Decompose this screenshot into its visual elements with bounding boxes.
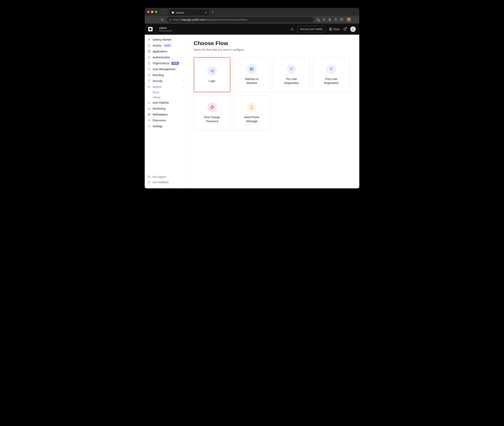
- sidebar-item-security[interactable]: Security ›: [145, 78, 187, 84]
- tenant-selector[interactable]: ruheni Development ⌄: [159, 26, 176, 32]
- auth0-logo[interactable]: [148, 27, 152, 31]
- puzzle-icon: [147, 119, 151, 122]
- shield-icon: [172, 11, 174, 14]
- sidebar-label: Authentication: [152, 56, 170, 59]
- sidebar-item-marketplace[interactable]: Marketplace: [145, 112, 187, 117]
- page-title: Choose Flow: [194, 40, 352, 47]
- profile-avatar[interactable]: [347, 18, 351, 22]
- sidebar-item-activity[interactable]: Activity FIRST: [145, 43, 187, 49]
- docs-link[interactable]: Docs: [329, 28, 340, 31]
- sidebar-label: Monitoring: [152, 107, 165, 110]
- sidebar-item-applications[interactable]: Applications ›: [145, 49, 187, 54]
- new-tab-button[interactable]: ＋: [211, 9, 214, 14]
- lightning-icon: [147, 38, 151, 41]
- chevron-right-icon: ›: [183, 74, 184, 76]
- sidebar-item-actions[interactable]: Actions ⌄: [145, 84, 187, 90]
- book-icon: [329, 28, 332, 31]
- sidebar-item-extensions[interactable]: Extensions: [145, 117, 187, 123]
- sidebar-item-monitoring[interactable]: Monitoring ›: [145, 106, 187, 112]
- url-path: /dashboard/us/ruheni/actions/flows: [205, 18, 248, 21]
- flow-card-post-pw[interactable]: Post Change Password: [194, 95, 230, 130]
- svg-rect-9: [149, 52, 150, 52]
- sidebar-label: Auth Pipeline: [152, 101, 169, 104]
- favorite-icon[interactable]: [328, 18, 331, 21]
- sidebar-label: Settings: [152, 125, 163, 128]
- shield-icon: [147, 79, 151, 83]
- user-add-icon: [327, 64, 336, 74]
- url-field[interactable]: https://manage.auth0.com/dashboard/us/ru…: [167, 17, 314, 23]
- feedback-label: Give feedback: [152, 181, 169, 184]
- browser-urlbar: ← → ⟳ https://manage.auth0.com/dashboard…: [145, 16, 359, 24]
- chevron-right-icon: ›: [183, 68, 184, 70]
- search-icon[interactable]: [290, 28, 294, 31]
- svg-point-12: [148, 68, 149, 69]
- sidebar-item-organizations[interactable]: Organizations NEW: [145, 60, 187, 66]
- page-subtitle: Select the flow that you want to configu…: [194, 48, 352, 51]
- sidebar-subitem-flows[interactable]: Flows: [152, 90, 187, 95]
- building-icon: [147, 62, 151, 65]
- window-close[interactable]: [147, 11, 149, 13]
- sidebar-toggle-icon[interactable]: [161, 10, 167, 14]
- sidebar-item-auth-pipeline[interactable]: Auth Pipeline ›: [145, 100, 187, 106]
- svg-point-13: [149, 69, 150, 69]
- sidebar-subitem-library[interactable]: Library: [152, 95, 187, 100]
- tab-close-icon[interactable]: ✕: [205, 11, 207, 14]
- login-icon: [207, 66, 217, 76]
- overflow-menu[interactable]: ⋯: [354, 18, 357, 22]
- sidebar-label: Actions: [152, 85, 162, 88]
- users-icon: [147, 68, 151, 71]
- svg-rect-16: [149, 108, 150, 109]
- sidebar-item-getting-started[interactable]: Getting Started: [145, 37, 187, 43]
- get-support-link[interactable]: Get support: [145, 174, 187, 179]
- svg-point-4: [291, 28, 293, 30]
- activity-icon: [147, 44, 151, 47]
- flow-card-pre-reg[interactable]: Pre User Registration: [273, 57, 310, 92]
- sidebar-item-settings[interactable]: Settings: [145, 123, 187, 129]
- zoom-icon[interactable]: [322, 18, 325, 21]
- pipeline-icon: [147, 101, 151, 104]
- discuss-needs-button[interactable]: Discuss your needs: [297, 26, 325, 32]
- give-feedback-link[interactable]: Give feedback: [145, 179, 187, 185]
- server-icon: [247, 64, 256, 74]
- svg-point-5: [352, 28, 354, 29]
- nav-back[interactable]: ←: [147, 18, 151, 21]
- app-header: ruheni Development ⌄ Discuss your needs …: [145, 24, 359, 35]
- flow-label: Machine to Machine: [243, 77, 261, 85]
- window-maximize[interactable]: [155, 11, 157, 13]
- collections-icon[interactable]: [340, 18, 343, 21]
- shopping-icon[interactable]: [316, 18, 319, 21]
- flow-label: Post User Registration: [322, 77, 341, 85]
- browser-tab[interactable]: Actions ✕: [170, 9, 209, 16]
- first-badge: FIRST: [163, 44, 172, 47]
- lock-icon: [147, 56, 151, 59]
- nav-reload[interactable]: ⟳: [160, 18, 164, 22]
- flow-label: Login: [207, 79, 217, 83]
- flow-card-m2m[interactable]: Machine to Machine: [234, 57, 270, 92]
- flow-icon: [147, 85, 151, 88]
- user-avatar[interactable]: [350, 26, 356, 32]
- gear-icon: [147, 125, 151, 128]
- flow-card-login[interactable]: Login: [194, 57, 230, 92]
- flow-label: Send Phone Message: [242, 115, 261, 123]
- chat-icon: [147, 181, 150, 184]
- sidebar-item-authentication[interactable]: Authentication ›: [145, 54, 187, 60]
- sidebar-item-user-management[interactable]: User Management ›: [145, 66, 187, 72]
- sidebar-label: Organizations: [152, 62, 170, 65]
- svg-point-20: [149, 120, 149, 121]
- svg-rect-6: [148, 50, 149, 51]
- window-minimize[interactable]: [151, 11, 153, 13]
- flow-card-post-reg[interactable]: Post User Registration: [313, 57, 350, 92]
- new-badge: NEW: [172, 62, 179, 65]
- chevron-right-icon: ›: [183, 50, 184, 53]
- user-add-icon: [287, 64, 296, 74]
- svg-rect-18: [149, 114, 150, 114]
- chevron-right-icon: ›: [183, 80, 184, 82]
- svg-rect-3: [340, 19, 342, 21]
- extensions-icon[interactable]: [334, 18, 337, 21]
- svg-rect-19: [148, 115, 149, 116]
- sidebar-label: Applications: [152, 50, 167, 53]
- sidebar-item-branding[interactable]: Branding ›: [145, 72, 187, 78]
- docs-label: Docs: [333, 28, 340, 31]
- flow-card-phone[interactable]: Send Phone Message: [234, 95, 270, 130]
- notifications-icon[interactable]: [343, 27, 347, 31]
